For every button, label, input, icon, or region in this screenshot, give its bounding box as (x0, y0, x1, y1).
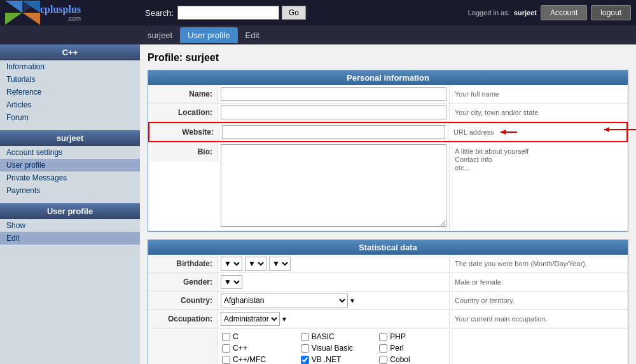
country-input-cell: Afghanistan ▼ (218, 292, 450, 309)
skill-cpp-checkbox[interactable] (222, 344, 230, 353)
sidebar-link-reference[interactable]: Reference (0, 86, 140, 98)
page-title: Profile: surjeet (148, 52, 628, 64)
skill-perl-checkbox[interactable] (379, 344, 387, 353)
birthdate-label: Birthdate: (148, 255, 218, 273)
country-hint: Country or territory. (450, 292, 628, 309)
personal-info-header: Personal information (148, 71, 628, 85)
birthdate-month-select[interactable]: ▼ (221, 257, 242, 271)
sidebar-link-account-settings[interactable]: Account settings (0, 146, 140, 159)
skills-row: C BASIC PHP C++ Visual Basic Perl C++/MF… (148, 328, 628, 364)
name-input-cell (218, 85, 450, 103)
skill-vbnet[interactable]: VB .NET (301, 355, 367, 364)
name-hint: Your full name (450, 85, 628, 103)
skill-php[interactable]: PHP (379, 332, 445, 341)
sidebar-link-edit[interactable]: Edit (0, 232, 140, 245)
sidebar-link-payments[interactable]: Payments (0, 184, 140, 197)
main-layout: C++ Information Tutorials Reference Arti… (0, 44, 636, 364)
nav-bar: surjeet User profile Edit (0, 25, 636, 44)
name-label: Name: (148, 85, 218, 103)
name-row: Name: Your full name (148, 85, 628, 104)
occupation-select[interactable]: Administrator (221, 312, 280, 326)
location-label: Location: (148, 104, 218, 121)
nav-edit[interactable]: Edit (238, 27, 267, 43)
website-hint: URL address (453, 128, 494, 136)
skill-cpp[interactable]: C++ (222, 344, 288, 353)
sidebar-link-show[interactable]: Show (0, 219, 140, 232)
skill-c-checkbox[interactable] (222, 333, 230, 341)
go-button[interactable]: Go (282, 6, 306, 20)
logo-icon (5, 1, 40, 25)
gender-select[interactable]: ▼ (221, 275, 242, 289)
svg-marker-7 (501, 130, 506, 135)
skill-basic-checkbox[interactable] (301, 333, 309, 341)
gender-label: Gender: (148, 273, 218, 291)
birthdate-day-select[interactable]: ▼ (245, 257, 266, 271)
location-input-cell (218, 104, 450, 121)
statistical-section: Statistical data Birthdate: ▼ ▼ ▼ The da… (148, 239, 628, 364)
skill-vbnet-checkbox[interactable] (301, 356, 309, 364)
bio-label: Bio: (148, 142, 218, 161)
website-input-cell (219, 123, 448, 141)
sidebar-link-forum[interactable]: Forum (0, 111, 140, 124)
location-hint: Your city, town and/or state (450, 104, 628, 121)
birthdate-row: Birthdate: ▼ ▼ ▼ The date you were born … (148, 255, 628, 273)
skill-visualbasic-checkbox[interactable] (301, 344, 309, 353)
skills-label-cell (148, 328, 218, 364)
website-input[interactable] (222, 125, 445, 139)
website-row: Website: URL address (148, 122, 628, 142)
arrow-icon (499, 128, 518, 137)
skill-cobol[interactable]: Cobol (379, 355, 445, 364)
skill-cppmfc[interactable]: C++/MFC (222, 355, 288, 364)
occupation-hint: Your current main occupation. (450, 310, 628, 328)
statistical-header: Statistical data (148, 240, 628, 255)
profile-section-header: User profile (0, 203, 140, 219)
birthdate-year-select[interactable]: ▼ (269, 257, 291, 271)
bio-row: Bio: A little bit about yourself Contact… (148, 142, 628, 231)
skill-php-checkbox[interactable] (379, 333, 387, 341)
search-label: Search: (145, 8, 174, 18)
search-input[interactable] (177, 6, 279, 20)
skills-grid: C BASIC PHP C++ Visual Basic Perl C++/MF… (218, 328, 450, 364)
skill-perl[interactable]: Perl (379, 344, 445, 353)
gender-hint: Male or female. (450, 273, 628, 291)
website-hint-cell: URL address (448, 123, 626, 141)
nav-user-profile[interactable]: User profile (180, 27, 237, 43)
logged-in-username: surjeet (514, 9, 537, 17)
country-label: Country: (148, 292, 218, 309)
sidebar-link-tutorials[interactable]: Tutorials (0, 73, 140, 86)
birthdate-input-cell: ▼ ▼ ▼ (218, 255, 450, 273)
occupation-input-cell: Administrator ▼ (218, 310, 450, 328)
skill-cppmfc-checkbox[interactable] (222, 356, 230, 364)
user-actions: Logged in as: surjeet Account logout (468, 5, 631, 20)
bio-hint-cell: A little bit about yourself Contact info… (450, 142, 628, 177)
sidebar-link-user-profile[interactable]: User profile (0, 159, 140, 172)
skill-basic[interactable]: BASIC (301, 332, 367, 341)
location-row: Location: Your city, town and/or state (148, 104, 628, 122)
logged-in-text: Logged in as: surjeet (468, 9, 537, 17)
skill-c[interactable]: C (222, 332, 288, 341)
search-area: Search: Go (145, 6, 468, 20)
skill-cobol-checkbox[interactable] (379, 356, 387, 364)
logout-button[interactable]: logout (591, 5, 631, 20)
sidebar-link-private-messages[interactable]: Private Messages (0, 172, 140, 184)
sidebar-link-information[interactable]: Information (0, 60, 140, 73)
occupation-label: Occupation: (148, 310, 218, 328)
gender-input-cell: ▼ (218, 273, 450, 291)
header: cplusplus .com Search: Go Logged in as: … (0, 0, 636, 25)
country-row: Country: Afghanistan ▼ Country or territ… (148, 292, 628, 310)
nav-surjeet[interactable]: surjeet (140, 27, 180, 43)
bio-hint-3: etc... (455, 164, 623, 172)
personal-info-section: Personal information Name: Your full nam… (148, 70, 628, 232)
bio-hint-1: A little bit about yourself (455, 147, 623, 155)
location-input[interactable] (221, 105, 446, 119)
country-select[interactable]: Afghanistan (221, 293, 348, 307)
bio-input[interactable] (221, 144, 446, 227)
skill-visualbasic[interactable]: Visual Basic (301, 344, 367, 353)
user-section-header: surjeet (0, 130, 140, 146)
occupation-row: Occupation: Administrator ▼ Your current… (148, 310, 628, 328)
sidebar: C++ Information Tutorials Reference Arti… (0, 44, 140, 364)
sidebar-link-articles[interactable]: Articles (0, 98, 140, 111)
account-button[interactable]: Account (541, 5, 587, 20)
name-input[interactable] (221, 87, 446, 101)
birthdate-hint: The date you were born (Month/Day/Year). (450, 255, 628, 273)
